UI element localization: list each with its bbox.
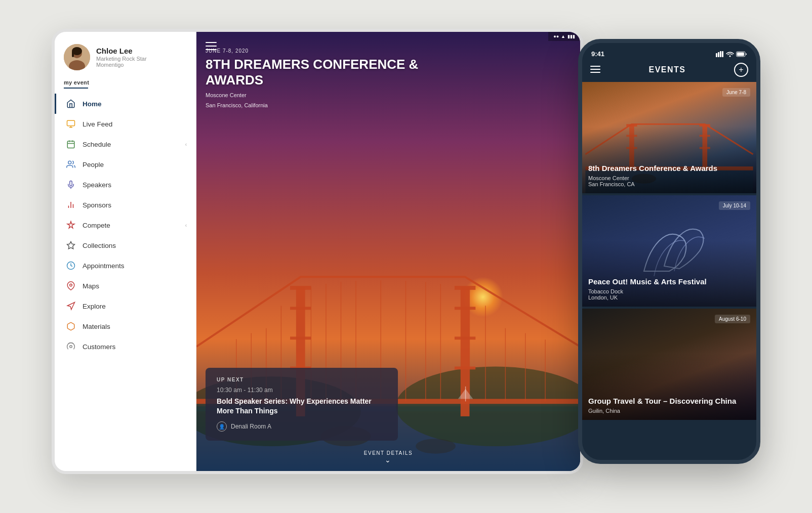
nav-item-collections[interactable]: Collections <box>55 235 196 255</box>
event-city: San Francisco, California <box>206 102 459 108</box>
svg-rect-6 <box>67 141 74 148</box>
event-card-date-2: July 10-14 <box>719 201 750 210</box>
appointments-icon <box>65 260 76 271</box>
svg-rect-30 <box>455 307 475 310</box>
nav-label-people: People <box>83 161 187 168</box>
speakers-icon <box>65 179 76 190</box>
event-card-title-3: Group Travel & Tour – Discovering China <box>588 396 750 406</box>
compete-chevron: ‹ <box>185 223 187 228</box>
event-card-date-1: June 7-8 <box>722 88 750 97</box>
svg-rect-4 <box>72 51 74 57</box>
compete-icon <box>65 220 76 231</box>
nav-item-sponsors[interactable]: Sponsors <box>55 195 196 215</box>
schedule-chevron: ‹ <box>185 142 187 147</box>
materials-icon <box>65 321 76 332</box>
explore-icon <box>65 301 76 312</box>
event-card-title-1: 8th Dreamers Conference & Awards <box>588 163 750 174</box>
event-hero: ●● ▲▮▮▮ JUNE 7-8, 2020 8TH DREAMERS CONF… <box>196 32 580 471</box>
maps-icon <box>65 280 76 291</box>
svg-rect-64 <box>590 66 600 67</box>
svg-point-10 <box>68 161 71 164</box>
svg-rect-59 <box>720 51 721 57</box>
user-title: Marketing Rock Star <box>96 56 147 62</box>
phone-event-card-3[interactable]: August 6-10 Group Travel & Tour – Discov… <box>582 309 756 420</box>
svg-rect-5 <box>67 120 75 126</box>
event-venue: Moscone Center <box>206 92 459 98</box>
section-label: my event <box>55 79 196 88</box>
sponsors-icon <box>65 199 76 210</box>
sidebar: Chloe Lee Marketing Rock Star Momentigo … <box>55 32 196 471</box>
svg-point-61 <box>729 55 730 57</box>
svg-rect-65 <box>590 69 600 70</box>
nav-label-sponsors: Sponsors <box>83 201 187 209</box>
nav-item-materials[interactable]: Materials <box>55 316 196 336</box>
event-card-venue-1: Moscone Center <box>588 175 750 181</box>
scene: Chloe Lee Marketing Rock Star Momentigo … <box>52 29 760 484</box>
main-content: ●● ▲▮▮▮ JUNE 7-8, 2020 8TH DREAMERS CONF… <box>196 32 580 471</box>
phone-header: EVENTS + <box>582 60 756 82</box>
live-feed-icon <box>65 118 76 130</box>
nav-item-appointments[interactable]: Appointments <box>55 255 196 276</box>
event-card-venue-3: Guilin, China <box>588 408 750 414</box>
nav-label-compete: Compete <box>83 222 179 229</box>
up-next-time: 10:30 am - 11:30 am <box>217 387 387 394</box>
nav-label-live-feed: Live Feed <box>83 120 187 128</box>
event-card-city-2: London, UK <box>588 294 750 301</box>
event-details-button[interactable]: EVENT DETAILS ⌄ <box>196 450 580 464</box>
event-card-venue-2: Tobacco Dock <box>588 288 750 294</box>
phone-add-button[interactable]: + <box>734 63 748 77</box>
nav-label-customers: Customers <box>83 343 187 351</box>
collections-icon <box>65 240 76 251</box>
phone-event-card-2[interactable]: July 10-14 Peace Out! Music & Arts Festi… <box>582 195 756 307</box>
avatar <box>64 44 90 70</box>
chevron-down-icon: ⌄ <box>196 456 580 464</box>
nav-label-home: Home <box>83 100 187 108</box>
nav-label-explore: Explore <box>83 303 187 310</box>
user-company: Momentigo <box>96 62 147 68</box>
tablet: Chloe Lee Marketing Rock Star Momentigo … <box>52 29 583 474</box>
up-next-label: UP NEXT <box>217 377 387 382</box>
event-card-city-1: San Francisco, CA <box>588 181 750 187</box>
svg-point-18 <box>70 346 72 348</box>
nav-item-schedule[interactable]: Schedule ‹ <box>55 134 196 154</box>
customers-icon <box>65 341 76 352</box>
svg-marker-15 <box>67 242 75 249</box>
user-name: Chloe Lee <box>96 47 147 55</box>
section-underline <box>64 88 88 89</box>
svg-rect-63 <box>737 52 744 56</box>
nav-label-schedule: Schedule <box>83 141 179 148</box>
nav-item-live-feed[interactable]: Live Feed <box>55 114 196 134</box>
nav-item-explore[interactable]: Explore <box>55 296 196 316</box>
phone-menu-icon[interactable] <box>590 65 600 75</box>
nav-item-compete[interactable]: Compete ‹ <box>55 215 196 235</box>
svg-rect-55 <box>206 46 217 47</box>
svg-rect-60 <box>722 51 723 57</box>
user-info: Chloe Lee Marketing Rock Star Momentigo <box>96 47 147 68</box>
svg-point-17 <box>70 284 72 286</box>
svg-rect-57 <box>716 53 717 57</box>
home-icon <box>65 98 76 109</box>
nav-item-home[interactable]: Home <box>55 94 196 114</box>
phone-event-card-1[interactable]: June 7-8 8th Dreamers Conference & Award… <box>582 82 756 193</box>
room-icon: 👤 <box>217 421 227 432</box>
up-next-room: 👤 Denali Room A <box>217 421 387 432</box>
phone: 9:41 EVENTS + <box>578 39 760 464</box>
svg-rect-31 <box>455 336 475 339</box>
nav-label-maps: Maps <box>83 282 187 290</box>
svg-rect-24 <box>290 286 311 290</box>
schedule-icon <box>65 139 76 150</box>
nav-item-customers[interactable]: Customers <box>55 336 196 357</box>
nav-item-speakers[interactable]: Speakers <box>55 175 196 195</box>
nav-item-people[interactable]: People <box>55 154 196 175</box>
event-card-info-1: 8th Dreamers Conference & Awards Moscone… <box>588 163 750 188</box>
nav-item-maps[interactable]: Maps <box>55 276 196 296</box>
event-header-info: JUNE 7-8, 2020 8TH DREAMERS CONFERENCE &… <box>206 48 459 108</box>
user-section: Chloe Lee Marketing Rock Star Momentigo <box>55 32 196 79</box>
room-name: Denali Room A <box>231 423 271 430</box>
svg-rect-26 <box>290 336 311 339</box>
nav-label-materials: Materials <box>83 323 187 330</box>
up-next-title: Bold Speaker Series: Why Experiences Mat… <box>217 397 387 416</box>
nav-label-collections: Collections <box>83 242 187 249</box>
svg-rect-25 <box>290 307 311 310</box>
phone-event-list[interactable]: June 7-8 8th Dreamers Conference & Award… <box>582 82 756 463</box>
